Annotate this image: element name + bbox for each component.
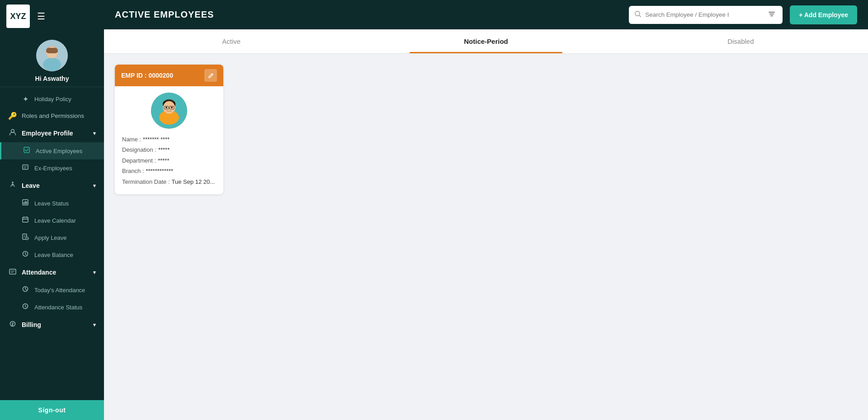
branch-value: ************ [146,166,173,176]
main-area: ACTIVE EMPLOYEES + Add Employee Active N… [104,0,868,420]
sidebar-item-label: Leave Balance [34,252,73,258]
employee-department-row: Department : ***** [122,155,216,166]
employee-branch-row: Branch : ************ [122,166,216,176]
svg-rect-11 [24,202,24,204]
employee-card: EMP ID : 0000200 [115,65,223,194]
chevron-down-icon: ▾ [93,131,96,136]
sidebar-item-leave-balance[interactable]: Leave Balance [0,246,104,263]
sidebar-item-label: Leave Calendar [34,217,76,224]
attendance-icon [8,268,17,277]
tabs-row: Active Notice-Period Disabled [104,29,868,54]
search-input[interactable] [645,11,763,18]
svg-rect-12 [25,201,26,204]
pie-clock-icon [21,285,30,294]
sidebar-logo-area: XYZ ☰ [0,0,104,33]
chevron-down-icon: ▾ [93,270,96,275]
sidebar-item-leave[interactable]: Leave ▾ [0,177,104,195]
avatar-image [36,40,68,71]
sidebar-nav: ✦ Holiday Policy 🔑 Roles and Permissions… [0,87,104,400]
sidebar-item-leave-calendar[interactable]: Leave Calendar [0,212,104,229]
svg-point-29 [165,107,167,108]
logo-box: XYZ [6,5,30,28]
designation-label: Designation : [122,145,156,155]
employee-card-header: EMP ID : 0000200 [115,65,223,86]
employee-name-row: Name : ******* **** [122,134,216,145]
user-greeting: Hi Aswathy [35,75,69,82]
person-icon [8,129,17,138]
list-icon [21,163,30,173]
sidebar-item-label: Leave Status [34,200,69,207]
edit-employee-button[interactable] [204,69,217,82]
tab-notice-period[interactable]: Notice-Period [359,29,613,53]
topbar: ACTIVE EMPLOYEES + Add Employee [104,0,868,29]
name-label: Name : [122,134,141,145]
sidebar-item-label: Leave [22,182,40,189]
holiday-policy-icon: ✦ [21,95,30,103]
signout-button[interactable]: Sign-out [0,400,104,420]
svg-rect-14 [23,217,28,222]
svg-point-3 [43,58,61,71]
walk-icon [8,181,17,190]
sidebar-item-employee-profile[interactable]: Employee Profile ▾ [0,124,104,142]
branch-label: Branch : [122,166,144,176]
employee-card-body: Name : ******* **** Designation : ***** … [115,86,223,194]
sidebar: XYZ ☰ Hi Aswathy ✦ Holiday Policy 🔑 Role… [0,0,104,420]
tab-disabled[interactable]: Disabled [613,29,868,53]
attendance-status-icon [21,303,30,312]
employee-info: Name : ******* **** Designation : ***** … [122,134,216,187]
svg-rect-8 [23,165,28,169]
sidebar-item-holiday-policy[interactable]: ✦ Holiday Policy [0,91,104,107]
chevron-down-icon: ▾ [93,322,96,328]
tab-active[interactable]: Active [104,29,359,53]
name-value: ******* **** [143,134,170,145]
sidebar-item-label: Holiday Policy [34,96,71,103]
designation-value: ***** [158,145,170,155]
sidebar-item-attendance-status[interactable]: Attendance Status [0,299,104,316]
hamburger-icon[interactable]: ☰ [37,11,45,22]
clock-icon [21,250,30,259]
calendar-icon [21,216,30,225]
department-value: ***** [158,155,169,166]
sidebar-item-label: Roles and Permissions [22,112,84,119]
sidebar-item-active-employees[interactable]: Active Employees [0,142,104,159]
sidebar-item-label: Apply Leave [34,234,67,241]
employee-id: EMP ID : 0000200 [121,72,173,79]
add-employee-button[interactable]: + Add Employee [790,5,857,24]
billing-icon [8,320,17,329]
employee-cards-area: EMP ID : 0000200 [104,54,868,205]
sidebar-user-section: Hi Aswathy [0,33,104,87]
employee-face [151,93,187,129]
filter-button[interactable] [766,9,777,21]
sidebar-item-label: Employee Profile [22,130,73,137]
termination-label: Termination Date : [122,177,170,187]
search-icon [634,10,642,19]
termination-value: Tue Sep 12 20... [172,177,215,187]
employee-designation-row: Designation : ***** [122,145,216,155]
sidebar-item-leave-status[interactable]: Leave Status [0,195,104,212]
svg-rect-13 [26,201,27,204]
sidebar-item-label: Today's Attendance [34,287,85,294]
sidebar-item-billing[interactable]: Billing ▾ [0,316,104,334]
sidebar-item-label: Attendance Status [34,304,82,311]
sidebar-item-label: Active Employees [36,148,82,154]
svg-point-30 [171,107,173,108]
svg-point-16 [26,237,28,240]
employee-avatar [151,93,187,129]
avatar [36,40,68,71]
sidebar-item-label: Ex-Employees [34,165,72,172]
content-area: Active Notice-Period Disabled EMP ID : 0… [104,29,868,420]
sidebar-item-apply-leave[interactable]: Apply Leave [0,229,104,246]
sidebar-item-todays-attendance[interactable]: Today's Attendance [0,281,104,299]
svg-rect-5 [46,48,58,53]
chevron-down-icon: ▾ [93,183,96,189]
apply-icon [21,233,30,242]
department-label: Department : [122,155,156,166]
sidebar-item-attendance[interactable]: Attendance ▾ [0,263,104,281]
sidebar-item-roles-permissions[interactable]: 🔑 Roles and Permissions [0,107,104,124]
search-bar [629,6,783,24]
sidebar-item-ex-employees[interactable]: Ex-Employees [0,159,104,177]
svg-rect-18 [9,269,16,274]
checkbox-icon [22,146,31,155]
sidebar-item-label: Attendance [22,269,56,276]
svg-point-9 [12,182,14,183]
